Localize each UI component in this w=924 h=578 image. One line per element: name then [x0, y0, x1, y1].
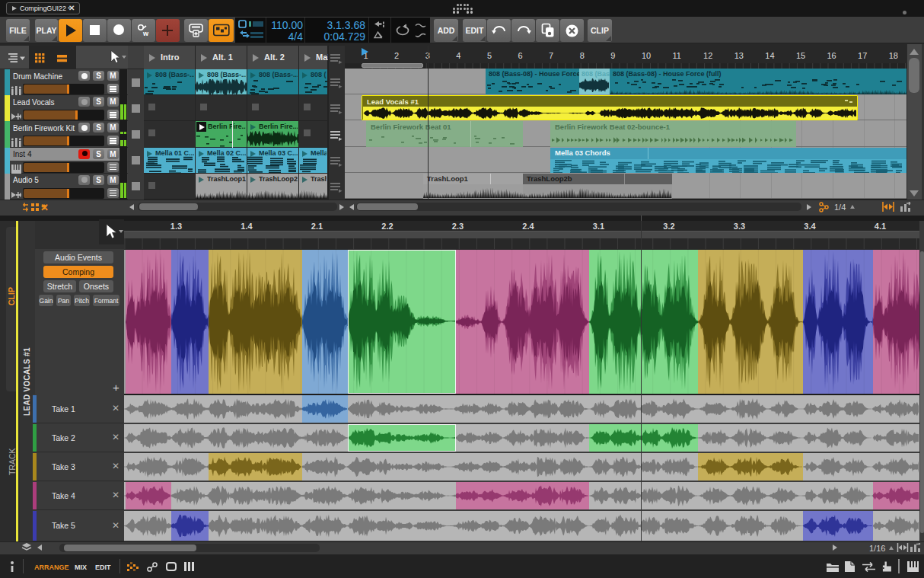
svg-text:w: w — [142, 30, 149, 37]
